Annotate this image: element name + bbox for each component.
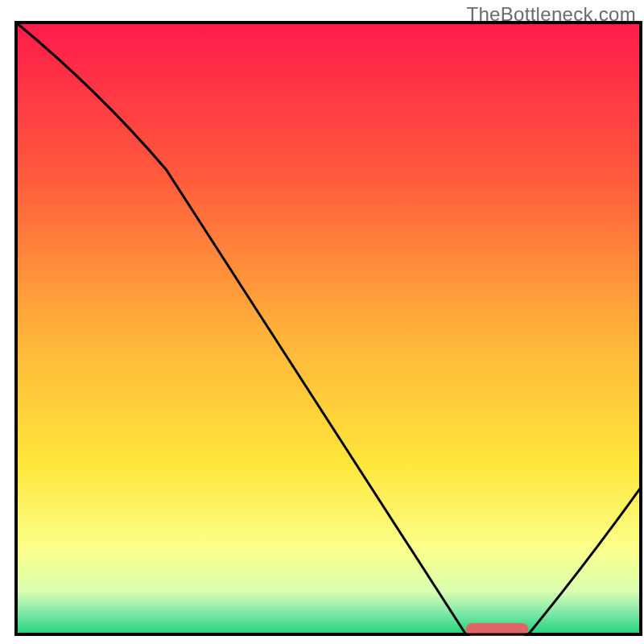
chart-frame: TheBottleneck.com <box>0 0 644 644</box>
plot-background <box>16 23 641 634</box>
bottleneck-chart <box>0 0 644 644</box>
